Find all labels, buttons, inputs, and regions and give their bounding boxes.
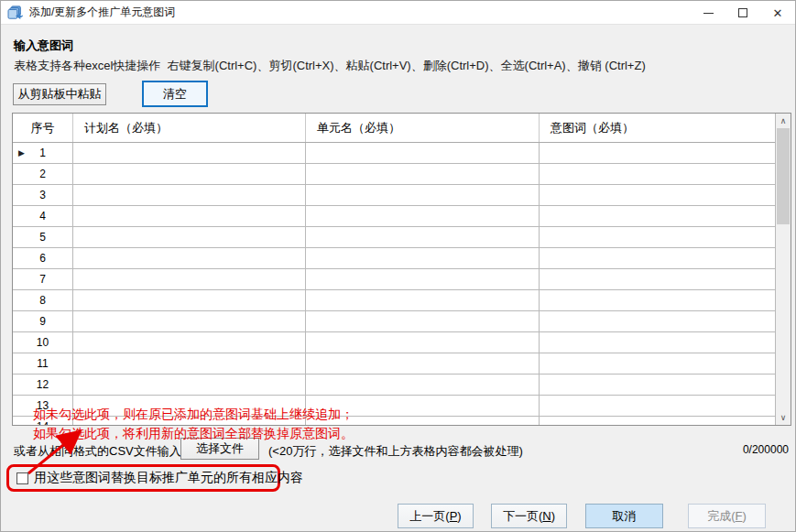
previous-page-button[interactable]: 上一页(P) [398, 504, 474, 528]
cell-intent[interactable] [540, 290, 775, 311]
table-row[interactable]: 12 [13, 375, 775, 396]
cell-plan[interactable] [73, 375, 306, 396]
intent-words-table[interactable]: 序号 计划名（必填） 单元名（必填） 意图词（必填） ▶123456789101… [12, 113, 791, 426]
close-button[interactable]: ✕ [760, 1, 795, 25]
cell-unit[interactable] [306, 248, 540, 269]
scroll-down-icon[interactable]: ∨ [776, 410, 791, 425]
cell-intent[interactable] [540, 417, 775, 425]
cell-intent[interactable] [540, 206, 775, 227]
maximize-button[interactable] [725, 1, 760, 25]
cell-plan[interactable] [73, 311, 306, 332]
annotation-line-2: 如果勾选此项，将利用新的意图词全部替换掉原意图词。 [33, 426, 354, 442]
cell-plan[interactable] [73, 353, 306, 375]
table-row[interactable]: 6 [13, 248, 775, 269]
row-number: 6 [39, 252, 46, 265]
row-header-cell[interactable]: 7 [13, 269, 73, 290]
close-icon: ✕ [773, 7, 783, 19]
cell-intent[interactable] [540, 185, 775, 206]
replace-checkbox-label: 用这些意图词替换目标推广单元的所有相应内容 [34, 470, 303, 486]
cell-unit[interactable] [306, 206, 540, 227]
scrollbar-thumb[interactable] [777, 128, 790, 224]
row-number: 9 [39, 315, 46, 328]
grid-area: 序号 计划名（必填） 单元名（必填） 意图词（必填） ▶123456789101… [13, 114, 775, 425]
cell-plan[interactable] [73, 248, 306, 269]
cell-unit[interactable] [306, 227, 540, 248]
cell-intent[interactable] [540, 143, 775, 164]
table-row[interactable]: 10 [13, 332, 775, 353]
table-row[interactable]: 7 [13, 269, 775, 290]
column-header-unit: 单元名（必填） [306, 114, 540, 142]
row-number: 2 [39, 168, 46, 180]
column-header-plan: 计划名（必填） [73, 114, 306, 142]
next-page-button[interactable]: 下一页(N) [491, 504, 567, 528]
cell-intent[interactable] [540, 375, 775, 396]
row-number: 4 [39, 210, 46, 223]
row-header-cell[interactable]: ▶1 [13, 143, 73, 164]
row-header-cell[interactable]: 3 [13, 185, 73, 206]
row-header-cell[interactable]: 5 [13, 227, 73, 248]
next-accelerator: N [542, 509, 551, 523]
cell-plan[interactable] [73, 164, 306, 185]
cell-plan[interactable] [73, 332, 306, 353]
table-row[interactable]: ▶1 [13, 143, 775, 164]
cell-plan[interactable] [73, 185, 306, 206]
paste-from-clipboard-button[interactable]: 从剪贴板中粘贴 [13, 83, 106, 105]
cell-unit[interactable] [306, 353, 540, 375]
prev-label-end: ) [457, 509, 461, 523]
table-header-row: 序号 计划名（必填） 单元名（必填） 意图词（必填） [13, 114, 775, 143]
row-header-cell[interactable]: 11 [13, 353, 73, 375]
row-header-cell[interactable]: 4 [13, 206, 73, 227]
cell-unit[interactable] [306, 375, 540, 396]
table-row[interactable]: 4 [13, 206, 775, 227]
cell-plan[interactable] [73, 227, 306, 248]
window-title: 添加/更新多个推广单元意图词 [29, 5, 175, 20]
csv-hint: (<20万行，选择文件和上方表格内容都会被处理) [268, 443, 523, 460]
minimize-button[interactable] [691, 1, 725, 25]
row-header-cell[interactable]: 2 [13, 164, 73, 185]
cancel-button[interactable]: 取消 [585, 504, 663, 528]
cell-plan[interactable] [73, 269, 306, 290]
cell-intent[interactable] [540, 396, 775, 417]
row-header-cell[interactable]: 8 [13, 290, 73, 311]
cell-unit[interactable] [306, 332, 540, 353]
cell-unit[interactable] [306, 311, 540, 332]
cell-intent[interactable] [540, 227, 775, 248]
cell-unit[interactable] [306, 143, 540, 164]
row-number: 12 [37, 378, 49, 391]
cell-intent[interactable] [540, 353, 775, 375]
finish-label-end: ) [742, 509, 746, 523]
row-header-cell[interactable]: 6 [13, 248, 73, 269]
row-header-cell[interactable]: 9 [13, 311, 73, 332]
cell-plan[interactable] [73, 143, 306, 164]
shortcut-instructions: 表格支持各种excel快捷操作 右键复制(Ctrl+C)、剪切(Ctrl+X)、… [14, 58, 646, 74]
cell-unit[interactable] [306, 164, 540, 185]
column-header-intent: 意图词（必填） [540, 114, 775, 142]
cell-unit[interactable] [306, 290, 540, 311]
row-counter: 0/200000 [743, 443, 789, 456]
table-row[interactable]: 3 [13, 185, 775, 206]
row-header-cell[interactable]: 12 [13, 375, 73, 396]
table-row[interactable]: 8 [13, 290, 775, 311]
table-row[interactable]: 5 [13, 227, 775, 248]
cell-intent[interactable] [540, 332, 775, 353]
next-label-end: ) [551, 509, 555, 523]
scroll-up-icon[interactable]: ∧ [776, 114, 791, 128]
clear-button[interactable]: 清空 [142, 81, 208, 107]
cell-intent[interactable] [540, 164, 775, 185]
table-row[interactable]: 2 [13, 164, 775, 185]
cell-plan[interactable] [73, 290, 306, 311]
row-header-cell[interactable]: 10 [13, 332, 73, 353]
vertical-scrollbar[interactable]: ∧ ∨ [775, 114, 791, 425]
cell-intent[interactable] [540, 311, 775, 332]
cell-intent[interactable] [540, 269, 775, 290]
minimize-icon [703, 13, 714, 14]
replace-checkbox[interactable] [16, 472, 28, 484]
finish-button[interactable]: 完成(F) [688, 504, 766, 528]
cell-unit[interactable] [306, 269, 540, 290]
table-row[interactable]: 9 [13, 311, 775, 332]
replace-option-row[interactable]: 用这些意图词替换目标推广单元的所有相应内容 [16, 470, 303, 486]
cell-unit[interactable] [306, 185, 540, 206]
cell-intent[interactable] [540, 248, 775, 269]
cell-plan[interactable] [73, 206, 306, 227]
table-row[interactable]: 11 [13, 353, 775, 375]
